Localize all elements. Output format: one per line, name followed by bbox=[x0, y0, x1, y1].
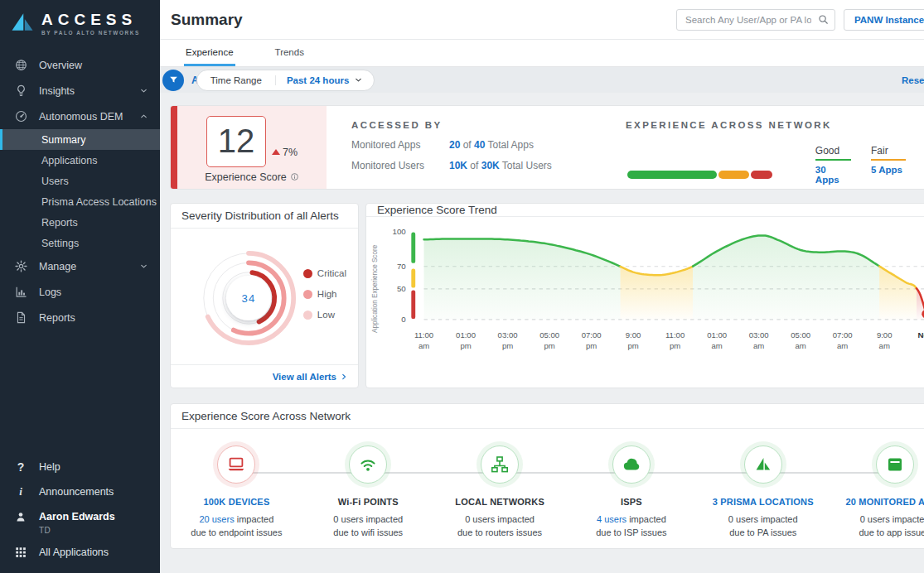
severity-distribution-card: Severity Distribution of all Alerts 34 C… bbox=[170, 203, 359, 388]
sidebar-item-prisma-access-locations[interactable]: Prisma Access Locations bbox=[0, 191, 160, 212]
sidebar: ACCESS BY PALO ALTO NETWORKS OverviewIns… bbox=[0, 0, 160, 573]
svg-text:am: am bbox=[837, 341, 848, 350]
experience-score-card: 12 7% Experience Score ACCESSED BY Monit… bbox=[170, 105, 924, 190]
sidebar-item-announcements[interactable]: iAnnouncements bbox=[0, 479, 160, 504]
svg-text:70: 70 bbox=[397, 262, 406, 271]
svg-text:am: am bbox=[712, 341, 723, 350]
gear-icon bbox=[14, 259, 28, 273]
sidebar-item-help[interactable]: ?Help bbox=[0, 455, 160, 479]
network-node-100k-devices: 100K DEVICES20 users impacteddue to endp… bbox=[171, 445, 302, 548]
cloud-icon bbox=[612, 445, 651, 484]
svg-text:9:00: 9:00 bbox=[626, 330, 641, 339]
sidebar-item-all-applications[interactable]: All Applications bbox=[0, 540, 160, 565]
metric-link[interactable]: 40 bbox=[474, 139, 485, 151]
wifi-icon bbox=[349, 445, 387, 484]
sidebar-item-summary[interactable]: Summary bbox=[0, 129, 160, 150]
impacted-users-link[interactable]: 4 users bbox=[597, 514, 626, 524]
lightbulb-icon bbox=[14, 84, 28, 98]
legend-good-count[interactable]: 30 Apps bbox=[815, 165, 851, 185]
node-cause: due to app issues bbox=[859, 527, 924, 537]
instance-selector[interactable]: PANW Instance 1 bbox=[844, 9, 924, 31]
sidebar-item-logs[interactable]: Logs bbox=[0, 279, 160, 305]
search-icon[interactable] bbox=[817, 13, 830, 26]
severity-legend-critical: Critical bbox=[303, 268, 346, 278]
svg-text:34: 34 bbox=[241, 292, 255, 305]
info-circle-icon[interactable] bbox=[290, 172, 299, 181]
reset-filters-link[interactable]: Reset Filters bbox=[902, 75, 924, 85]
sidebar-item-manage[interactable]: Manage bbox=[0, 253, 160, 279]
score-delta: 7% bbox=[272, 147, 298, 158]
view-all-alerts-link[interactable]: View all Alerts bbox=[273, 372, 348, 382]
critical-dot-icon bbox=[303, 269, 312, 278]
access-logo-icon bbox=[10, 11, 35, 36]
main-area: Summary PANW Instance 1 Experience Trend… bbox=[160, 0, 924, 573]
laptop-icon bbox=[217, 445, 255, 484]
sidebar-item-users[interactable]: Users bbox=[0, 171, 160, 191]
time-range-label: Time Range bbox=[197, 75, 275, 85]
sidebar-item-overview[interactable]: Overview bbox=[0, 52, 160, 78]
triangle-up-icon bbox=[272, 149, 280, 155]
sidebar-item-reports[interactable]: Reports bbox=[0, 305, 160, 330]
node-label: LOCAL NETWORKS bbox=[455, 497, 544, 507]
trend-card-title: Experience Score Trend bbox=[366, 204, 924, 217]
network-node-local-networks: LOCAL NETWORKS0 users impacteddue to rou… bbox=[434, 445, 566, 548]
sidebar-item-insights[interactable]: Insights bbox=[0, 78, 160, 104]
impacted-users-link[interactable]: 20 users bbox=[199, 514, 234, 524]
node-label[interactable]: 3 PRISMA LOCATIONS bbox=[713, 497, 814, 507]
filter-bar: A Time Range Past 24 hours Reset Filters bbox=[160, 67, 924, 93]
svg-text:03:00: 03:00 bbox=[498, 330, 518, 339]
instance-label: PANW Instance 1 bbox=[854, 15, 924, 25]
node-label: ISPS bbox=[621, 497, 642, 507]
svg-text:Application Experience Score: Application Experience Score bbox=[371, 244, 379, 333]
network-icon bbox=[481, 445, 519, 484]
node-label[interactable]: 20 MONITORED APPS bbox=[845, 497, 924, 507]
tab-experience[interactable]: Experience bbox=[184, 40, 235, 66]
node-cause: due to PA issues bbox=[729, 527, 796, 537]
experience-score-label: Experience Score bbox=[205, 171, 287, 183]
node-impact: 20 users impacted bbox=[199, 514, 273, 524]
sidebar-item-applications[interactable]: Applications bbox=[0, 150, 160, 171]
sidebar-item-autonomous-dem[interactable]: Autonomous DEM bbox=[0, 104, 160, 129]
sidebar-item-settings[interactable]: Settings bbox=[0, 233, 160, 253]
tabs: Experience Trends bbox=[160, 40, 924, 67]
filter-icon[interactable] bbox=[162, 70, 184, 91]
metric-link[interactable]: 10K bbox=[449, 160, 467, 171]
tab-trends[interactable]: Trends bbox=[273, 40, 306, 66]
legend-fair-count[interactable]: 5 Apps bbox=[871, 165, 906, 175]
brand-tagline: BY PALO ALTO NETWORKS bbox=[41, 30, 140, 36]
metric-link[interactable]: 30K bbox=[481, 160, 500, 171]
node-impact: 0 users impacted bbox=[333, 514, 403, 524]
accessed-by-title: ACCESSED BY bbox=[351, 120, 621, 130]
svg-text:07:00: 07:00 bbox=[582, 330, 602, 339]
svg-text:pm: pm bbox=[544, 341, 554, 350]
svg-text:0: 0 bbox=[401, 315, 406, 324]
svg-text:am: am bbox=[753, 341, 764, 350]
network-node-20-monitored-apps: 20 MONITORED APPS0 users impacteddue to … bbox=[829, 445, 924, 548]
svg-text:11:00: 11:00 bbox=[665, 330, 685, 339]
svg-text:9:00: 9:00 bbox=[877, 330, 893, 339]
sidebar-item-reports[interactable]: Reports bbox=[0, 212, 160, 233]
svg-text:Now: Now bbox=[917, 330, 924, 339]
time-range-value[interactable]: Past 24 hours bbox=[275, 75, 374, 85]
chevron-down-icon bbox=[139, 262, 148, 271]
node-impact: 0 users impacted bbox=[465, 514, 535, 524]
time-range-filter[interactable]: Time Range Past 24 hours bbox=[196, 70, 375, 91]
top-header: Summary PANW Instance 1 bbox=[160, 0, 924, 40]
experience-across-network-title: EXPERIENCE ACROSS NETWORK bbox=[626, 120, 924, 130]
metric-link[interactable]: 20 bbox=[449, 139, 460, 151]
svg-text:05:00: 05:00 bbox=[791, 330, 810, 339]
severity-legend-low: Low bbox=[303, 310, 346, 320]
node-label[interactable]: 100K DEVICES bbox=[203, 497, 269, 507]
grid-icon bbox=[14, 546, 27, 559]
network-node-isps: ISPS4 users impacteddue to ISP issues bbox=[565, 445, 697, 548]
prisma-icon bbox=[744, 445, 782, 484]
node-cause: due to endpoint issues bbox=[191, 527, 282, 537]
svg-text:07:00: 07:00 bbox=[833, 330, 853, 339]
experience-score-trend-chart: 10070500Application Experience Score11:0… bbox=[366, 217, 924, 388]
brand-logo[interactable]: ACCESS BY PALO ALTO NETWORKS bbox=[0, 0, 160, 46]
node-cause: due to wifi issues bbox=[333, 527, 403, 537]
sidebar-nav: OverviewInsightsAutonomous DEMSummaryApp… bbox=[0, 52, 160, 330]
svg-text:01:00: 01:00 bbox=[456, 330, 476, 339]
across-card-title: Experience Score Across Network bbox=[171, 404, 924, 429]
search-input[interactable] bbox=[676, 9, 835, 31]
